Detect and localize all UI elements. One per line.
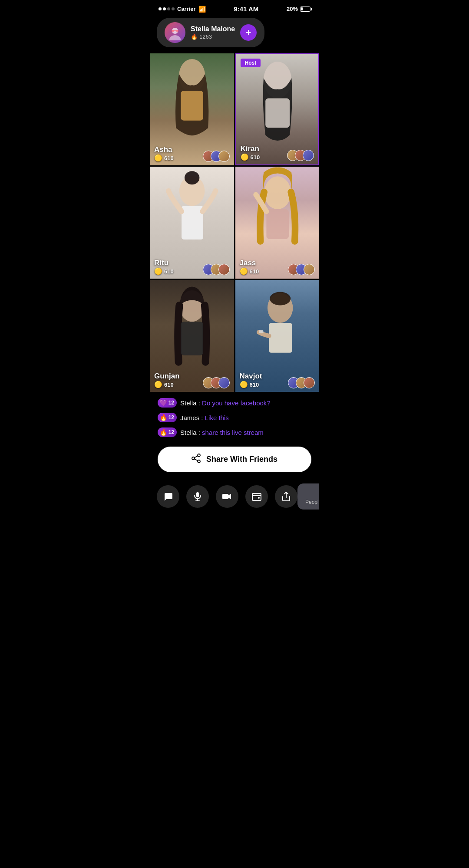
status-left: Carrier 📶 xyxy=(159,6,206,13)
cell-avatars-ritu xyxy=(203,264,230,275)
mini-avatar-j3 xyxy=(304,264,315,275)
people-waiting-panel: 0 People Waiting xyxy=(297,483,319,510)
chat-badge-num-2: 12 xyxy=(168,414,174,421)
chat-button[interactable] xyxy=(157,485,179,508)
svg-rect-3 xyxy=(176,30,178,32)
score-jass: 610 xyxy=(250,268,259,275)
cell-name-navjot: Navjot xyxy=(240,372,262,381)
cell-info-kiran: Kiran 🟡 610 xyxy=(241,145,314,161)
mini-avatar-k3 xyxy=(303,150,314,161)
score-kiran: 610 xyxy=(251,154,260,161)
chat-msg-1: Do you have facebook? xyxy=(202,399,271,407)
cell-name-jass: Jass xyxy=(240,259,259,267)
mic-button[interactable] xyxy=(186,485,209,508)
chat-colon-1: : xyxy=(198,399,202,407)
cell-score-ritu: 🟡 610 xyxy=(154,267,174,275)
cell-info-jass: Jass 🟡 610 xyxy=(240,259,315,275)
cell-avatars-navjot xyxy=(288,377,315,388)
cell-name-gunjan: Gunjan xyxy=(154,372,180,381)
share-button-icon xyxy=(192,454,201,465)
video-cell-jass[interactable]: Jass 🟡 610 xyxy=(235,167,320,279)
svg-rect-8 xyxy=(265,99,290,128)
video-cell-asha[interactable]: Asha 🟡 610 xyxy=(150,53,234,165)
cell-score-asha: 🟡 610 xyxy=(154,154,174,162)
chat-user-3: Stella xyxy=(180,429,197,436)
cell-avatars-asha xyxy=(203,151,230,162)
battery-icon xyxy=(300,7,310,12)
score-gunjan: 610 xyxy=(164,381,174,388)
score-navjot: 610 xyxy=(250,381,259,388)
svg-rect-28 xyxy=(222,494,228,499)
video-cell-gunjan[interactable]: Gunjan 🟡 610 xyxy=(150,280,234,392)
svg-rect-29 xyxy=(252,493,261,500)
chat-colon-3: : xyxy=(198,429,202,436)
svg-point-10 xyxy=(185,171,199,184)
chat-badge-2: 🔥 12 xyxy=(158,413,177,422)
bottom-actions xyxy=(157,485,297,508)
coin-icon-ritu: 🟡 xyxy=(154,267,162,275)
cell-info-asha: Asha 🟡 610 xyxy=(154,145,230,162)
cell-info-ritu: Ritu 🟡 610 xyxy=(154,259,230,275)
video-cell-kiran[interactable]: Host Kiran 🟡 610 xyxy=(235,53,320,165)
status-right: 20% xyxy=(287,6,310,12)
host-profile: Stella Malone 🔥 1263 + xyxy=(157,18,264,47)
chat-section: 💜 12 Stella : Do you have facebook? 🔥 12… xyxy=(150,392,319,447)
signal-dot-2 xyxy=(163,7,166,10)
chat-badge-icon-2: 🔥 xyxy=(159,414,168,421)
cell-score-kiran: 🟡 610 xyxy=(241,153,260,161)
mini-avatar-3 xyxy=(218,151,230,162)
chat-user-2: James xyxy=(180,414,199,421)
svg-rect-6 xyxy=(181,91,203,121)
host-avatar-image xyxy=(165,22,185,43)
svg-line-23 xyxy=(195,456,198,458)
video-grid: Asha 🟡 610 Host Kiran 🟡 xyxy=(150,53,319,392)
wallet-button[interactable] xyxy=(245,485,268,508)
status-bar: Carrier 📶 9:41 AM 20% xyxy=(150,0,319,15)
share-section: Share With Friends xyxy=(150,447,319,479)
svg-point-21 xyxy=(198,460,200,463)
host-score: 🔥 1263 xyxy=(191,33,235,40)
share-button-bottom[interactable] xyxy=(275,485,297,508)
chat-badge-3: 🔥 12 xyxy=(158,427,177,437)
svg-rect-2 xyxy=(172,30,174,32)
coin-icon-kiran: 🟡 xyxy=(241,153,249,161)
chat-message-3: 🔥 12 Stella : share this live stream xyxy=(158,427,311,437)
mini-avatar-g3 xyxy=(218,377,230,388)
cell-score-jass: 🟡 610 xyxy=(240,267,259,275)
svg-line-24 xyxy=(195,459,198,461)
svg-rect-13 xyxy=(266,209,289,239)
svg-point-1 xyxy=(169,35,181,40)
bottom-bar: 0 People Waiting xyxy=(150,479,319,518)
signal-dot-4 xyxy=(172,7,175,10)
follow-button[interactable]: + xyxy=(240,24,257,41)
chat-text-3: Stella : share this live stream xyxy=(180,429,264,436)
host-name: Stella Malone xyxy=(191,25,235,33)
chat-message-2: 🔥 12 James : Like this xyxy=(158,413,311,422)
cell-name-asha: Asha xyxy=(154,145,174,154)
video-cell-ritu[interactable]: Ritu 🟡 610 xyxy=(150,167,234,279)
cell-avatars-gunjan xyxy=(203,377,230,388)
host-badge: Host xyxy=(241,59,261,67)
battery-percent: 20% xyxy=(287,6,298,12)
share-with-friends-button[interactable]: Share With Friends xyxy=(158,447,311,472)
chat-text-1: Stella : Do you have facebook? xyxy=(180,399,271,407)
svg-point-12 xyxy=(264,176,291,209)
signal-dots xyxy=(159,7,175,10)
signal-dot-3 xyxy=(167,7,170,10)
host-avatar xyxy=(165,22,185,43)
mini-avatar-n3 xyxy=(304,377,315,388)
chat-badge-icon-1: 💜 xyxy=(159,399,168,407)
cell-avatars-kiran xyxy=(287,150,314,161)
wifi-icon: 📶 xyxy=(198,6,206,13)
svg-point-17 xyxy=(270,292,291,306)
svg-rect-15 xyxy=(181,322,203,355)
video-button[interactable] xyxy=(216,485,238,508)
video-cell-navjot[interactable]: Navjot 🟡 610 xyxy=(235,280,320,392)
coin-icon-jass: 🟡 xyxy=(240,267,248,275)
cell-avatars-jass xyxy=(288,264,315,275)
coin-icon-asha: 🟡 xyxy=(154,154,162,162)
coin-icon-gunjan: 🟡 xyxy=(154,381,162,388)
carrier-label: Carrier xyxy=(177,6,196,12)
cell-name-kiran: Kiran xyxy=(241,145,260,153)
chat-user-1: Stella xyxy=(180,399,197,407)
